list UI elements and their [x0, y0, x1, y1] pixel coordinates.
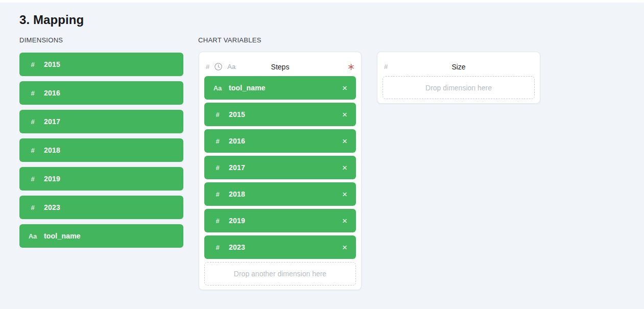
accepted-types: # [383, 63, 388, 70]
remove-dimension-button[interactable]: × [342, 243, 348, 252]
mapped-dimension-pill[interactable]: # 2019 × [204, 209, 356, 232]
dimension-type-icon: # [211, 111, 224, 118]
size-card-title: Size [383, 63, 535, 71]
mapped-dimension-pill[interactable]: # 2016 × [204, 129, 356, 153]
dimension-type-icon: # [211, 164, 224, 172]
dimension-pill[interactable]: # 2018 [19, 138, 183, 162]
steps-variable-card: # Aa Steps Aa tool_nam [199, 52, 362, 290]
dimension-label: 2019 [44, 175, 60, 183]
dimension-type-icon: # [27, 61, 39, 68]
dimension-type-icon: # [211, 137, 224, 145]
dimension-label: 2017 [44, 117, 60, 126]
dimension-type-icon: # [211, 191, 224, 198]
dimension-label: tool_name [44, 232, 81, 240]
mapped-dimension-pill[interactable]: # 2015 × [204, 103, 356, 126]
dimension-type-icon: Aa [211, 84, 224, 92]
dimension-label: 2023 [44, 203, 60, 211]
dimensions-heading: DIMENSIONS [19, 36, 63, 44]
dimension-type-icon: # [27, 147, 39, 154]
dimension-pill[interactable]: Aa tool_name [19, 224, 183, 248]
dimensions-list: # 2015 # 2016 # 2017 # 2018 # 2019 [19, 53, 183, 253]
hash-icon: # [206, 63, 209, 70]
dimension-type-icon: Aa [27, 232, 39, 240]
dimension-label: 2016 [229, 137, 245, 145]
remove-dimension-button[interactable]: × [342, 217, 348, 225]
steps-card-header: # Aa Steps [204, 57, 356, 76]
dimension-label: 2018 [44, 146, 60, 154]
mapping-section: 3. Mapping DIMENSIONS CHART VARIABLES # … [0, 0, 644, 309]
dimension-type-icon: # [211, 244, 224, 251]
mapped-dimension-pill[interactable]: # 2017 × [204, 156, 356, 179]
mapped-dimension-pill[interactable]: # 2018 × [204, 182, 356, 206]
dimension-pill[interactable]: # 2015 [19, 53, 183, 76]
remove-dimension-button[interactable]: × [342, 190, 348, 199]
remove-dimension-button[interactable]: × [342, 110, 348, 119]
size-drop-zone[interactable]: Drop dimension here [383, 76, 535, 99]
size-card-header: # Size [383, 57, 535, 76]
mapped-dimension-pill[interactable]: Aa tool_name × [204, 76, 356, 100]
page-title: 3. Mapping [19, 13, 84, 27]
remove-dimension-button[interactable]: × [342, 163, 348, 172]
size-variable-card: # Size Drop dimension here [377, 52, 540, 104]
dimension-type-icon: # [27, 118, 39, 126]
dimension-pill[interactable]: # 2023 [19, 196, 183, 219]
dimension-label: 2016 [44, 89, 60, 97]
dimension-type-icon: # [27, 175, 39, 183]
remove-dimension-button[interactable]: × [342, 137, 348, 146]
previous-section-edge [0, 0, 644, 3]
dimension-label: 2015 [44, 60, 60, 68]
mapped-dimension-pill[interactable]: # 2023 × [204, 235, 356, 259]
steps-drop-zone[interactable]: Drop another dimension here [204, 262, 356, 286]
dimension-label: 2017 [229, 163, 245, 172]
clock-icon [214, 62, 223, 71]
dimension-label: 2019 [229, 217, 245, 225]
required-asterisk-icon [348, 63, 356, 70]
dimension-label: 2015 [229, 110, 245, 118]
text-icon: Aa [227, 63, 235, 70]
accepted-types: # Aa [204, 62, 235, 71]
dimension-type-icon: # [27, 89, 39, 97]
dimension-pill[interactable]: # 2017 [19, 110, 183, 133]
dimension-type-icon: # [211, 217, 224, 225]
dimension-label: tool_name [229, 84, 266, 92]
remove-dimension-button[interactable]: × [342, 84, 348, 92]
dimension-label: 2023 [229, 243, 245, 251]
dimension-pill[interactable]: # 2016 [19, 81, 183, 105]
steps-mapped-list: Aa tool_name × # 2015 × # 2016 × # [204, 76, 356, 259]
dimension-label: 2018 [229, 190, 245, 198]
dimension-type-icon: # [27, 204, 39, 211]
chart-variables-heading: CHART VARIABLES [198, 36, 261, 44]
dimension-pill[interactable]: # 2019 [19, 167, 183, 191]
hash-icon: # [384, 63, 388, 70]
